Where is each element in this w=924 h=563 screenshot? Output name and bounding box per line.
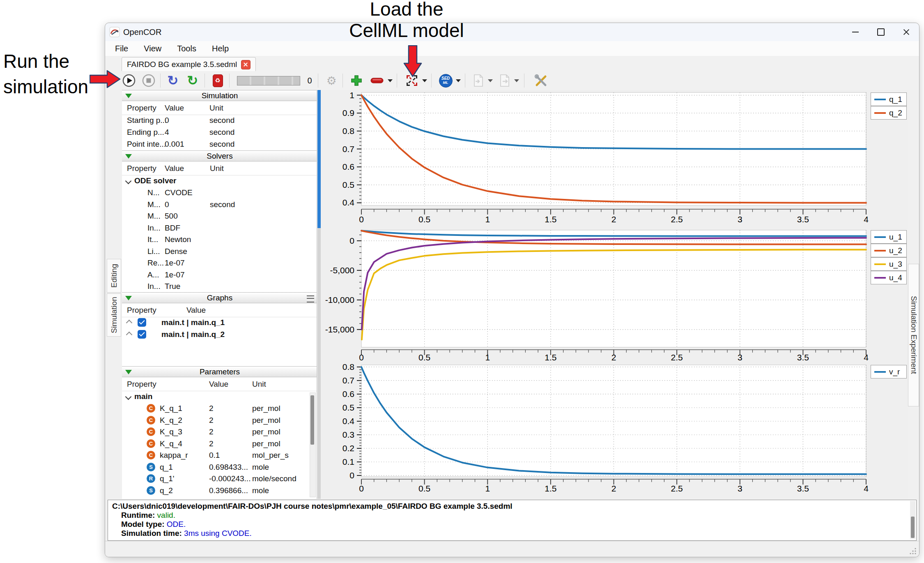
main-area: Editing Simulation Simulation Solvers Gr…: [105, 90, 919, 499]
menu-item-help[interactable]: Help: [212, 44, 229, 53]
parameter-row[interactable]: CK_q_22per_mol: [122, 415, 317, 427]
graphs-menu-icon[interactable]: [307, 295, 314, 302]
output-runtime-line: Runtime: valid.: [121, 511, 175, 520]
solver-property-row[interactable]: Li...Dense: [122, 246, 317, 258]
section-header-simulation[interactable]: Simulation: [122, 90, 317, 101]
legend-line-sample: [874, 277, 886, 279]
red-minus-icon: [370, 77, 384, 84]
menu-item-tools[interactable]: Tools: [177, 44, 196, 53]
table-column-header: PropertyValue: [122, 303, 317, 317]
close-button[interactable]: [894, 23, 919, 41]
parameter-row[interactable]: CK_q_12per_mol: [122, 403, 317, 415]
section-header-graphs[interactable]: Graphs: [122, 292, 317, 303]
table-column-header: PropertyValueUnit: [122, 377, 317, 391]
parameter-row[interactable]: CK_q_42per_mol: [122, 438, 317, 450]
preferences-button[interactable]: [532, 71, 550, 90]
reset-model-parameters-button[interactable]: ↻: [164, 71, 182, 90]
solver-property-row[interactable]: M...500: [122, 210, 317, 222]
main-group-row[interactable]: main: [122, 391, 317, 403]
clear-results-button[interactable]: ♻: [209, 71, 226, 90]
add-graph-panel-button[interactable]: [348, 71, 365, 90]
legend-item-q_2[interactable]: q_2: [871, 106, 907, 120]
cell: 0.698433...: [209, 463, 248, 472]
svg-text:0.4: 0.4: [342, 198, 355, 207]
output-scrollbar-thumb[interactable]: [911, 517, 915, 538]
parameter-row[interactable]: Sq_20.396866...mole: [122, 485, 317, 497]
graph-checkbox[interactable]: [138, 330, 146, 339]
section-header-parameters[interactable]: Parameters: [122, 366, 317, 377]
reload-view-button[interactable]: ↻: [184, 71, 201, 90]
import-data-button[interactable]: [471, 71, 486, 90]
sedml-export-button[interactable]: SEDML: [437, 71, 454, 90]
parameters-scrollbar-thumb[interactable]: [310, 395, 314, 445]
solver-property-row[interactable]: In...True: [122, 281, 317, 293]
sidebar-tab-simulation[interactable]: Simulation: [107, 293, 121, 337]
menu-item-view[interactable]: View: [144, 44, 161, 53]
parameter-row[interactable]: CK_q_32per_mol: [122, 426, 317, 438]
chevron-down-icon[interactable]: [125, 394, 132, 400]
menu-item-file[interactable]: File: [115, 44, 128, 53]
resize-grip-icon[interactable]: [909, 547, 917, 555]
simulation-settings-button[interactable]: ⚙: [323, 71, 340, 90]
remove-graph-panel-dropdown[interactable]: [386, 71, 394, 90]
solver-property-row[interactable]: Re...1e-07: [122, 257, 317, 269]
chevron-down-icon: [514, 79, 519, 82]
maximize-button[interactable]: [868, 23, 894, 41]
import-data-dropdown[interactable]: [486, 71, 494, 90]
tab-editing-label: Editing: [110, 264, 119, 288]
tab-close-icon[interactable]: [241, 60, 251, 69]
section-header-solvers[interactable]: Solvers: [122, 150, 317, 162]
sedml-dropdown[interactable]: [454, 71, 462, 90]
cell: second: [210, 200, 235, 209]
chevron-down-icon[interactable]: [125, 178, 132, 185]
stop-simulation-button[interactable]: [140, 71, 157, 90]
tab-fairdo-sedml[interactable]: FAIRDO BG example 3.5.sedml: [122, 57, 256, 72]
parameter-row[interactable]: Ckappa_r0.1mol_per_s: [122, 450, 317, 461]
graph-row[interactable]: main.t | main.q_1: [122, 317, 317, 329]
graph-panel-2[interactable]: 0-5,000-10,000-15,00000.511.522.533.54u_…: [317, 228, 908, 362]
solver-property-row[interactable]: A...1e-07: [122, 269, 317, 281]
solver-property-row[interactable]: N...CVODE: [122, 187, 317, 199]
legend-item-v_r[interactable]: v_r: [871, 365, 907, 378]
svg-text:0: 0: [349, 471, 354, 480]
legend-item-q_1[interactable]: q_1: [871, 92, 907, 106]
solver-property-row[interactable]: M...0second: [122, 199, 317, 211]
chevron-right-icon[interactable]: [126, 320, 133, 326]
cell: kappa_r: [160, 451, 188, 460]
parameter-row[interactable]: Sq_10.698433...mole: [122, 461, 317, 473]
solver-property-row[interactable]: In...BDF: [122, 222, 317, 234]
cell: q_1: [160, 463, 173, 472]
simulation-property-row[interactable]: Starting p...0second: [122, 115, 317, 127]
graph-panel-1[interactable]: 10.90.80.70.60.50.400.511.522.533.54q_1q…: [317, 90, 908, 228]
output-scrollbar[interactable]: [910, 501, 915, 539]
right-tab-strip: Simulation Experiment: [908, 90, 919, 499]
parameter-row[interactable]: Rq_1'-0.000243...mole/second: [122, 473, 317, 485]
parameter-type-icon-c: C: [147, 451, 155, 459]
legend-item-u_2[interactable]: u_2: [871, 244, 907, 257]
graph-row[interactable]: main.t | main.q_2: [122, 329, 317, 341]
simulation-property-row[interactable]: Point inte...0.001second: [122, 138, 317, 150]
remove-graph-panel-button[interactable]: [369, 71, 385, 90]
export-data-button[interactable]: [497, 71, 513, 90]
ode-solver-group-row[interactable]: ODE solver: [122, 175, 317, 187]
collapse-triangle-icon: [125, 154, 132, 159]
toolbar-separator: [342, 74, 343, 88]
svg-text:3.5: 3.5: [797, 215, 809, 224]
svg-text:2: 2: [611, 353, 616, 362]
minimize-button[interactable]: [843, 23, 868, 41]
solver-property-row[interactable]: It...Newton: [122, 234, 317, 246]
export-data-dropdown[interactable]: [513, 71, 521, 90]
sidebar-tab-simulation-experiment[interactable]: Simulation Experiment: [908, 264, 919, 406]
cell: CVODE: [165, 188, 193, 197]
sidebar-tab-editing[interactable]: Editing: [107, 259, 121, 293]
run-simulation-button[interactable]: [121, 71, 137, 90]
parameters-scrollbar[interactable]: [310, 392, 316, 497]
chevron-right-icon[interactable]: [126, 332, 133, 338]
graph-checkbox[interactable]: [138, 318, 146, 327]
legend-item-u_4[interactable]: u_4: [871, 271, 907, 284]
legend-item-u_1[interactable]: u_1: [871, 230, 907, 244]
legend-item-u_3[interactable]: u_3: [871, 257, 907, 271]
simulation-property-row[interactable]: Ending p...4second: [122, 127, 317, 138]
graph-panel-3[interactable]: 0.80.70.60.50.40.30.20.1000.511.522.533.…: [317, 362, 908, 499]
cell: 2: [209, 439, 214, 448]
